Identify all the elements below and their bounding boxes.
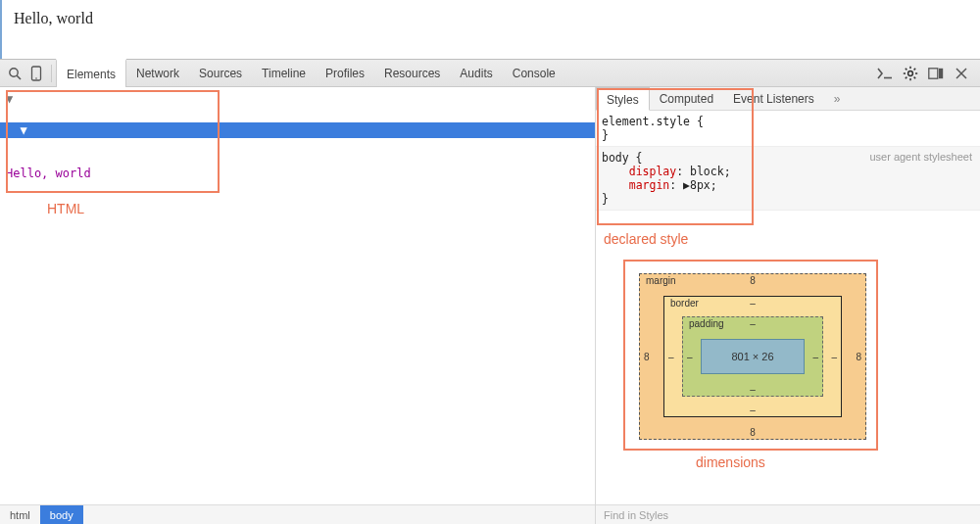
bm-padding-label: padding — [689, 318, 724, 329]
settings-icon[interactable] — [900, 63, 921, 84]
css-declaration[interactable]: margin: ▶8px; — [602, 178, 974, 192]
dom-tree[interactable]: ▼ ▼ Hello, world — [0, 87, 595, 504]
bm-margin-bottom: 8 — [750, 427, 756, 438]
tab-network[interactable]: Network — [126, 60, 189, 87]
devtools-toolbar: ElementsNetworkSourcesTimelineProfilesRe… — [0, 60, 980, 87]
bm-border-left: – — [668, 352, 674, 362]
bm-margin-top: 8 — [750, 275, 756, 286]
tab-profiles[interactable]: Profiles — [316, 60, 374, 87]
annotation-box-dimensions: margin 8 8 8 8 border – – – – padding – … — [623, 260, 878, 451]
bm-margin-label: margin — [646, 275, 676, 286]
box-model-content[interactable]: 801 × 26 — [701, 339, 805, 374]
bm-padding-bottom: – — [750, 384, 756, 395]
find-in-styles[interactable]: Find in Styles — [596, 504, 980, 524]
dom-node[interactable]: ▼ — [0, 91, 595, 107]
box-model-padding[interactable]: padding – – – – 801 × 26 — [682, 316, 823, 397]
separator — [51, 65, 52, 82]
console-drawer-icon[interactable] — [874, 63, 896, 84]
annotation-label-html: HTML — [47, 201, 84, 216]
dom-node[interactable] — [0, 193, 595, 209]
tab-elements[interactable]: Elements — [56, 59, 126, 87]
svg-line-12 — [906, 76, 907, 78]
bm-padding-top: – — [750, 318, 756, 329]
breadcrumb: htmlbody — [0, 504, 595, 524]
rule-selector: element.style { — [602, 115, 974, 128]
css-declaration[interactable]: display: block; — [602, 165, 974, 178]
svg-point-5 — [908, 71, 913, 75]
bm-border-right: – — [831, 352, 837, 362]
element-style-rule[interactable]: element.style { } — [596, 111, 980, 147]
box-model-margin[interactable]: margin 8 8 8 8 border – – – – padding – … — [639, 273, 866, 440]
bm-margin-left: 8 — [644, 352, 650, 362]
tab-console[interactable]: Console — [503, 60, 565, 87]
styles-tab-styles[interactable]: Styles — [596, 87, 650, 111]
bm-padding-left: – — [687, 352, 693, 362]
page-text: Hello, world — [14, 10, 93, 26]
svg-line-11 — [914, 76, 916, 78]
dom-node[interactable]: ▼ — [0, 122, 595, 138]
inspect-icon[interactable] — [4, 63, 25, 84]
dom-node[interactable]: Hello, world — [0, 138, 595, 181]
page-viewport: Hello, world — [0, 0, 980, 59]
elements-left-pane: ▼ ▼ Hello, world htmlbody — [0, 87, 596, 524]
styles-sub-tabs: StylesComputedEvent Listeners» — [596, 87, 980, 111]
bm-margin-right: 8 — [856, 352, 861, 362]
tab-sources[interactable]: Sources — [189, 60, 252, 87]
styles-tab-more[interactable]: » — [824, 87, 851, 111]
rule-origin-note: user agent stylesheet — [869, 151, 972, 163]
bm-padding-right: – — [812, 352, 818, 362]
toolbar-right-icons — [874, 63, 976, 84]
dom-node[interactable] — [0, 107, 595, 122]
crumb-html[interactable]: html — [0, 505, 40, 524]
svg-point-0 — [10, 68, 18, 75]
bm-content-size: 801 × 26 — [731, 351, 773, 362]
svg-rect-15 — [939, 68, 943, 77]
crumb-body[interactable]: body — [40, 505, 83, 524]
dom-node[interactable] — [0, 209, 595, 224]
bm-border-top: – — [750, 298, 756, 309]
tab-resources[interactable]: Resources — [374, 60, 450, 87]
svg-line-1 — [17, 75, 21, 79]
styles-tab-computed[interactable]: Computed — [650, 87, 723, 111]
close-icon[interactable] — [951, 63, 972, 84]
svg-point-3 — [35, 77, 37, 79]
svg-rect-14 — [929, 68, 938, 77]
annotation-label-dimensions: dimensions — [696, 454, 765, 470]
svg-line-10 — [906, 68, 907, 70]
annotation-label-declared-style: declared style — [604, 231, 688, 247]
styles-tab-event-listeners[interactable]: Event Listeners — [723, 87, 824, 111]
rule-close: } — [602, 192, 974, 206]
bm-border-bottom: – — [750, 405, 756, 415]
tab-timeline[interactable]: Timeline — [252, 60, 316, 87]
device-mode-icon[interactable] — [25, 63, 47, 84]
rule-close: } — [602, 128, 974, 142]
body-rule[interactable]: user agent stylesheet body { display: bl… — [596, 147, 980, 211]
toolbar-tabs: ElementsNetworkSourcesTimelineProfilesRe… — [56, 60, 565, 87]
bm-border-label: border — [670, 298, 699, 309]
svg-line-13 — [914, 68, 916, 70]
dock-icon[interactable] — [925, 63, 947, 84]
tab-audits[interactable]: Audits — [450, 60, 502, 87]
box-model-border[interactable]: border – – – – padding – – – – 801 × 26 — [663, 296, 842, 417]
